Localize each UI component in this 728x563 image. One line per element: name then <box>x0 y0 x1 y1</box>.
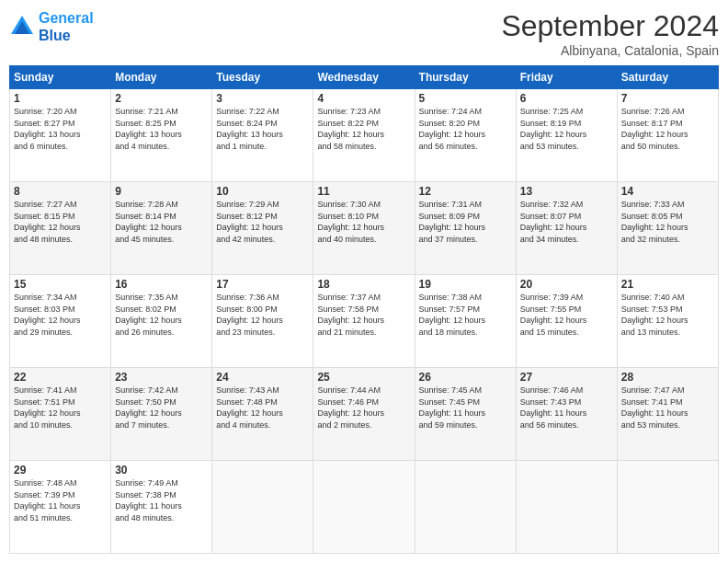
day-info: Sunrise: 7:36 AM Sunset: 8:00 PM Dayligh… <box>216 292 309 338</box>
logo: General Blue <box>9 9 94 44</box>
day-info: Sunrise: 7:22 AM Sunset: 8:24 PM Dayligh… <box>216 106 309 152</box>
day-cell: 22Sunrise: 7:41 AM Sunset: 7:51 PM Dayli… <box>10 368 111 461</box>
day-number: 19 <box>419 278 512 291</box>
day-cell: 15Sunrise: 7:34 AM Sunset: 8:03 PM Dayli… <box>10 275 111 368</box>
day-cell <box>516 461 617 554</box>
day-cell <box>313 461 415 554</box>
day-number: 8 <box>14 185 107 198</box>
day-number: 22 <box>14 371 107 384</box>
day-number: 4 <box>317 92 410 105</box>
day-cell: 17Sunrise: 7:36 AM Sunset: 8:00 PM Dayli… <box>212 275 313 368</box>
location: Albinyana, Catalonia, Spain <box>501 43 719 58</box>
day-cell: 4Sunrise: 7:23 AM Sunset: 8:22 PM Daylig… <box>313 89 415 182</box>
title-block: September 2024 Albinyana, Catalonia, Spa… <box>501 9 719 58</box>
weekday-header-monday: Monday <box>111 66 212 89</box>
day-cell: 10Sunrise: 7:29 AM Sunset: 8:12 PM Dayli… <box>212 182 313 275</box>
day-number: 17 <box>216 278 309 291</box>
day-cell: 7Sunrise: 7:26 AM Sunset: 8:17 PM Daylig… <box>617 89 718 182</box>
day-cell: 21Sunrise: 7:40 AM Sunset: 7:53 PM Dayli… <box>617 275 718 368</box>
day-number: 25 <box>317 371 410 384</box>
day-cell: 30Sunrise: 7:49 AM Sunset: 7:38 PM Dayli… <box>111 461 212 554</box>
day-cell: 14Sunrise: 7:33 AM Sunset: 8:05 PM Dayli… <box>617 182 718 275</box>
day-cell: 29Sunrise: 7:48 AM Sunset: 7:39 PM Dayli… <box>10 461 111 554</box>
day-info: Sunrise: 7:32 AM Sunset: 8:07 PM Dayligh… <box>520 199 613 245</box>
day-info: Sunrise: 7:28 AM Sunset: 8:14 PM Dayligh… <box>115 199 208 245</box>
day-cell: 1Sunrise: 7:20 AM Sunset: 8:27 PM Daylig… <box>10 89 111 182</box>
day-number: 9 <box>115 185 208 198</box>
day-info: Sunrise: 7:34 AM Sunset: 8:03 PM Dayligh… <box>14 292 107 338</box>
day-cell: 12Sunrise: 7:31 AM Sunset: 8:09 PM Dayli… <box>415 182 516 275</box>
day-number: 10 <box>216 185 309 198</box>
day-info: Sunrise: 7:41 AM Sunset: 7:51 PM Dayligh… <box>14 385 107 431</box>
day-cell: 19Sunrise: 7:38 AM Sunset: 7:57 PM Dayli… <box>415 275 516 368</box>
day-number: 2 <box>115 92 208 105</box>
day-info: Sunrise: 7:23 AM Sunset: 8:22 PM Dayligh… <box>317 106 410 152</box>
day-info: Sunrise: 7:30 AM Sunset: 8:10 PM Dayligh… <box>317 199 410 245</box>
header: General Blue September 2024 Albinyana, C… <box>9 9 719 58</box>
logo-text: General Blue <box>39 9 94 44</box>
day-info: Sunrise: 7:43 AM Sunset: 7:48 PM Dayligh… <box>216 385 309 431</box>
day-number: 1 <box>14 92 107 105</box>
day-cell <box>212 461 313 554</box>
day-number: 29 <box>14 464 107 477</box>
day-number: 3 <box>216 92 309 105</box>
calendar-table: SundayMondayTuesdayWednesdayThursdayFrid… <box>9 65 719 554</box>
day-cell: 9Sunrise: 7:28 AM Sunset: 8:14 PM Daylig… <box>111 182 212 275</box>
day-cell: 6Sunrise: 7:25 AM Sunset: 8:19 PM Daylig… <box>516 89 617 182</box>
day-cell: 27Sunrise: 7:46 AM Sunset: 7:43 PM Dayli… <box>516 368 617 461</box>
day-number: 11 <box>317 185 410 198</box>
day-cell: 13Sunrise: 7:32 AM Sunset: 8:07 PM Dayli… <box>516 182 617 275</box>
day-cell: 8Sunrise: 7:27 AM Sunset: 8:15 PM Daylig… <box>10 182 111 275</box>
day-cell: 28Sunrise: 7:47 AM Sunset: 7:41 PM Dayli… <box>617 368 718 461</box>
day-info: Sunrise: 7:39 AM Sunset: 7:55 PM Dayligh… <box>520 292 613 338</box>
day-info: Sunrise: 7:42 AM Sunset: 7:50 PM Dayligh… <box>115 385 208 431</box>
day-info: Sunrise: 7:45 AM Sunset: 7:45 PM Dayligh… <box>419 385 512 431</box>
day-info: Sunrise: 7:47 AM Sunset: 7:41 PM Dayligh… <box>621 385 714 431</box>
weekday-header-tuesday: Tuesday <box>212 66 313 89</box>
day-number: 12 <box>419 185 512 198</box>
page: General Blue September 2024 Albinyana, C… <box>0 0 728 563</box>
day-info: Sunrise: 7:48 AM Sunset: 7:39 PM Dayligh… <box>14 477 107 523</box>
day-number: 24 <box>216 371 309 384</box>
day-cell: 3Sunrise: 7:22 AM Sunset: 8:24 PM Daylig… <box>212 89 313 182</box>
day-number: 27 <box>520 371 613 384</box>
day-cell: 23Sunrise: 7:42 AM Sunset: 7:50 PM Dayli… <box>111 368 212 461</box>
week-row-5: 29Sunrise: 7:48 AM Sunset: 7:39 PM Dayli… <box>10 461 719 554</box>
day-info: Sunrise: 7:31 AM Sunset: 8:09 PM Dayligh… <box>419 199 512 245</box>
day-info: Sunrise: 7:46 AM Sunset: 7:43 PM Dayligh… <box>520 385 613 431</box>
day-info: Sunrise: 7:44 AM Sunset: 7:46 PM Dayligh… <box>317 385 410 431</box>
week-row-4: 22Sunrise: 7:41 AM Sunset: 7:51 PM Dayli… <box>10 368 719 461</box>
day-number: 23 <box>115 371 208 384</box>
day-cell: 24Sunrise: 7:43 AM Sunset: 7:48 PM Dayli… <box>212 368 313 461</box>
day-cell: 2Sunrise: 7:21 AM Sunset: 8:25 PM Daylig… <box>111 89 212 182</box>
day-cell: 11Sunrise: 7:30 AM Sunset: 8:10 PM Dayli… <box>313 182 415 275</box>
day-info: Sunrise: 7:33 AM Sunset: 8:05 PM Dayligh… <box>621 199 714 245</box>
day-cell: 16Sunrise: 7:35 AM Sunset: 8:02 PM Dayli… <box>111 275 212 368</box>
week-row-2: 8Sunrise: 7:27 AM Sunset: 8:15 PM Daylig… <box>10 182 719 275</box>
day-info: Sunrise: 7:26 AM Sunset: 8:17 PM Dayligh… <box>621 106 714 152</box>
day-number: 16 <box>115 278 208 291</box>
day-cell <box>617 461 718 554</box>
day-cell: 25Sunrise: 7:44 AM Sunset: 7:46 PM Dayli… <box>313 368 415 461</box>
day-info: Sunrise: 7:21 AM Sunset: 8:25 PM Dayligh… <box>115 106 208 152</box>
day-number: 18 <box>317 278 410 291</box>
day-info: Sunrise: 7:24 AM Sunset: 8:20 PM Dayligh… <box>419 106 512 152</box>
day-number: 5 <box>419 92 512 105</box>
week-row-1: 1Sunrise: 7:20 AM Sunset: 8:27 PM Daylig… <box>10 89 719 182</box>
day-info: Sunrise: 7:49 AM Sunset: 7:38 PM Dayligh… <box>115 477 208 523</box>
day-number: 7 <box>621 92 714 105</box>
day-number: 15 <box>14 278 107 291</box>
weekday-header-thursday: Thursday <box>415 66 516 89</box>
weekday-header-saturday: Saturday <box>617 66 718 89</box>
weekday-header-wednesday: Wednesday <box>313 66 415 89</box>
weekday-header-sunday: Sunday <box>10 66 111 89</box>
day-number: 21 <box>621 278 714 291</box>
day-cell: 20Sunrise: 7:39 AM Sunset: 7:55 PM Dayli… <box>516 275 617 368</box>
day-number: 14 <box>621 185 714 198</box>
day-number: 20 <box>520 278 613 291</box>
day-number: 26 <box>419 371 512 384</box>
day-info: Sunrise: 7:35 AM Sunset: 8:02 PM Dayligh… <box>115 292 208 338</box>
day-cell: 5Sunrise: 7:24 AM Sunset: 8:20 PM Daylig… <box>415 89 516 182</box>
day-number: 13 <box>520 185 613 198</box>
logo-icon <box>9 14 35 40</box>
